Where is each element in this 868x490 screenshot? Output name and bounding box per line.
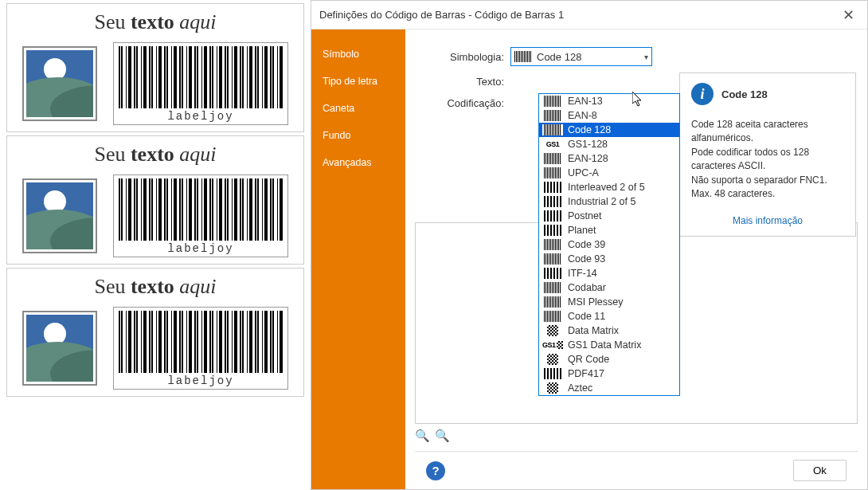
dropdown-option[interactable]: Code 93 [539, 252, 679, 266]
dropdown-option-label: QR Code [568, 354, 609, 365]
dropdown-option[interactable]: Codabar [539, 280, 679, 295]
barcode-icon [542, 296, 563, 308]
dropdown-option[interactable]: GS1GS1-128 [539, 137, 679, 151]
barcode-icon [542, 196, 563, 207]
barcode-icon [542, 153, 563, 164]
barcode-icon [542, 225, 563, 236]
label-texto: Texto: [415, 76, 510, 88]
label-title-text[interactable]: Seu texto aqui [7, 10, 303, 34]
barcode-settings-dialog: Definições do Código de Barras - Código … [311, 0, 868, 490]
info-icon: i [691, 83, 714, 105]
dropdown-option-label: EAN-128 [568, 153, 608, 164]
label-instance[interactable]: Seu texto aqui labeljoy [6, 268, 304, 397]
more-info-link[interactable]: Mais informação [733, 215, 803, 226]
info-description: Code 128 aceita caracteres alfanuméricos… [691, 118, 844, 201]
design-canvas: Seu texto aqui labeljoy Seu texto aqui l… [0, 0, 311, 490]
ok-button[interactable]: Ok [793, 460, 846, 481]
close-button[interactable]: ✕ [838, 1, 859, 29]
barcode-icon [542, 282, 563, 293]
info-title: Code 128 [721, 88, 768, 100]
dropdown-option-label: GS1-128 [568, 139, 608, 150]
dropdown-option-label: GS1 Data Matrix [568, 339, 641, 351]
label-simbologia: Simbologia: [415, 51, 510, 63]
dropdown-option-label: Postnet [568, 210, 601, 221]
dropdown-option[interactable]: EAN-8 [539, 108, 679, 123]
dropdown-option[interactable]: QR Code [539, 352, 679, 367]
info-panel: i Code 128 Code 128 aceita caracteres al… [679, 73, 856, 237]
zoom-in-button[interactable]: 🔍 [415, 429, 430, 443]
dropdown-option-label: Aztec [568, 382, 592, 394]
tab-fundo[interactable]: Fundo [311, 122, 405, 149]
dropdown-option[interactable]: EAN-128 [539, 151, 679, 166]
help-button[interactable]: ? [426, 461, 445, 480]
tab-caneta[interactable]: Caneta [311, 95, 405, 122]
barcode-icon [542, 268, 563, 279]
dropdown-option[interactable]: Interleaved 2 of 5 [539, 180, 679, 194]
label-title-text[interactable]: Seu texto aqui [7, 143, 303, 167]
dropdown-option[interactable]: Planet [539, 223, 679, 237]
tab-simbolo[interactable]: Símbolo [311, 41, 405, 68]
symbology-dropdown-list[interactable]: EAN-13EAN-8Code 128GS1GS1-128EAN-128UPC-… [538, 93, 680, 396]
dropdown-option-label: ITF-14 [568, 268, 597, 279]
dropdown-option-label: Code 11 [568, 311, 605, 322]
label-title-text[interactable]: Seu texto aqui [7, 275, 303, 299]
dropdown-option[interactable]: Data Matrix [539, 323, 679, 338]
barcode-icon [542, 368, 563, 379]
barcode-icon [542, 96, 563, 107]
barcode-element[interactable]: labeljoy [113, 307, 288, 390]
dropdown-option[interactable]: ITF-14 [539, 266, 679, 280]
matrix-code-icon [542, 354, 563, 365]
zoom-out-button[interactable]: 🔍 [435, 429, 450, 443]
dropdown-option[interactable]: GS1GS1 Data Matrix [539, 338, 679, 352]
barcode-icon [542, 110, 563, 121]
combo-selected-value: Code 128 [537, 51, 581, 63]
dropdown-option[interactable]: Postnet [539, 209, 679, 223]
barcode-icon [542, 167, 563, 178]
barcode-icon [542, 210, 563, 221]
label-codificacao: Codificação: [415, 97, 510, 109]
label-instance[interactable]: Seu texto aqui labeljoy [6, 135, 304, 265]
gs1-icon: GS1 [542, 139, 563, 150]
dropdown-option-label: Codabar [568, 282, 606, 293]
dropdown-option-label: UPC-A [568, 167, 599, 178]
barcode-icon [542, 311, 563, 322]
dropdown-option[interactable]: PDF417 [539, 367, 679, 381]
dropdown-option-label: EAN-13 [568, 96, 603, 107]
dropdown-option[interactable]: MSI Plessey [539, 295, 679, 309]
dropdown-option[interactable]: Industrial 2 of 5 [539, 194, 679, 209]
barcode-icon [542, 124, 563, 135]
dropdown-option-label: Code 93 [568, 253, 605, 265]
dropdown-option-label: Planet [568, 225, 596, 236]
tab-tipo-de-letra[interactable]: Tipo de letra [311, 68, 405, 95]
dropdown-option-label: Interleaved 2 of 5 [568, 182, 645, 193]
image-placeholder[interactable] [22, 311, 97, 386]
label-instance[interactable]: Seu texto aqui labeljoy [6, 3, 304, 132]
dropdown-option[interactable]: EAN-13 [539, 94, 679, 108]
dropdown-option-label: Code 128 [568, 124, 611, 135]
barcode-icon [514, 51, 532, 62]
dropdown-option[interactable]: Code 39 [539, 237, 679, 252]
barcode-icon [542, 239, 563, 250]
dropdown-option[interactable]: Code 128 [539, 123, 679, 137]
dropdown-option[interactable]: UPC-A [539, 166, 679, 180]
dropdown-option[interactable]: Aztec [539, 381, 679, 395]
tab-avancadas[interactable]: Avançadas [311, 149, 405, 176]
image-placeholder[interactable] [22, 178, 97, 253]
dialog-side-tabs: Símbolo Tipo de letra Caneta Fundo Avanç… [311, 29, 405, 489]
symbology-combobox[interactable]: Code 128 ▾ [510, 47, 652, 66]
image-placeholder[interactable] [22, 46, 97, 121]
gs1-datamatrix-icon: GS1 [542, 339, 563, 351]
dropdown-option[interactable]: Code 11 [539, 309, 679, 323]
barcode-element[interactable]: labeljoy [113, 174, 288, 257]
barcode-icon [542, 182, 563, 193]
dialog-title-text: Definições do Código de Barras - Código … [319, 1, 564, 29]
dropdown-option-label: Industrial 2 of 5 [568, 196, 635, 207]
dropdown-option-label: Code 39 [568, 239, 605, 250]
matrix-code-icon [542, 325, 563, 336]
matrix-code-icon [542, 382, 563, 394]
barcode-element[interactable]: labeljoy [113, 42, 288, 125]
dropdown-option-label: Data Matrix [568, 325, 619, 336]
chevron-down-icon: ▾ [644, 53, 648, 61]
dropdown-option-label: EAN-8 [568, 110, 597, 121]
dropdown-option-label: MSI Plessey [568, 296, 623, 308]
